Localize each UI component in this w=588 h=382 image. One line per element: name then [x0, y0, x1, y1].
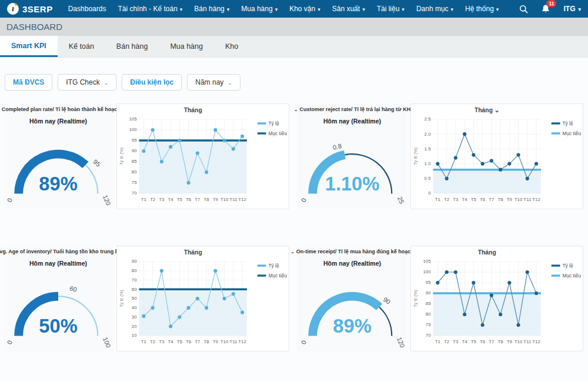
gauge-wrap: 00.8251.10%: [298, 125, 407, 209]
x-tick-label: T5: [471, 197, 477, 202]
gauge-tick-label: 0.8: [332, 142, 343, 151]
data-point: [213, 128, 217, 132]
tab-3[interactable]: Mua hàng: [159, 36, 214, 57]
main-content: Mã ĐVCSITG Check⌄Điều kiện lọcNăm nay⌄ ⌄…: [0, 74, 588, 357]
data-point: [534, 162, 538, 166]
filter-button-2[interactable]: Điều kiện lọc: [122, 74, 182, 91]
nav-item-8[interactable]: Hệ thống▾: [465, 5, 499, 13]
y-tick-label: 85: [426, 301, 431, 306]
nav-item-4[interactable]: Kho vận▾: [289, 5, 320, 13]
gauge-tick-label: 0: [299, 339, 307, 345]
legend-item[interactable]: Tỷ lệ: [258, 120, 279, 126]
user-menu[interactable]: ITG ▾: [563, 5, 581, 13]
x-tick-label: T1: [141, 197, 147, 202]
gauge-value: 89%: [333, 315, 371, 337]
kpi-subtitle: Hôm nay (Realtime): [4, 118, 113, 125]
nav-item-7[interactable]: Danh mục▾: [416, 5, 453, 13]
filter-bar: Mã ĐVCSITG Check⌄Điều kiện lọcNăm nay⌄: [5, 74, 588, 91]
data-point: [196, 297, 199, 300]
nav-item-5[interactable]: Sản xuất▾: [332, 5, 365, 13]
gauge-wrap: 09512089%: [4, 125, 113, 209]
data-point: [499, 168, 502, 172]
x-tick-label: T9: [507, 197, 513, 202]
tab-0[interactable]: Smart KPI: [0, 36, 58, 57]
legend-item[interactable]: Tỷ lệ: [552, 263, 573, 269]
nav-item-3[interactable]: Mua hàng▾: [241, 5, 278, 13]
y-tick-label: 70: [132, 190, 137, 196]
data-point: [178, 315, 181, 319]
tab-4[interactable]: Kho: [214, 36, 249, 57]
nav-item-label: Mua hàng: [241, 5, 272, 13]
kpi-title[interactable]: ⌄On-time receipt/ Tỉ lệ mua hàng đúng kế…: [298, 249, 407, 254]
data-point: [526, 177, 529, 180]
gauge-chart: 09512089%: [4, 125, 113, 207]
nav-item-6[interactable]: Tài liệu▾: [377, 5, 405, 13]
x-tick-label: T7: [489, 197, 495, 202]
x-tick-label: T7: [195, 339, 201, 344]
gauge-tick-label: 0: [299, 197, 307, 203]
kpi-title[interactable]: ⌄Avg. Age of inventory/ Tuổi hàng tồn kh…: [4, 249, 113, 254]
gauge-tick-label: 120: [396, 336, 406, 349]
x-tick-label: T5: [177, 339, 183, 344]
nav-item-label: Sản xuất: [332, 5, 360, 13]
x-tick-label: T9: [213, 339, 219, 344]
brand[interactable]: 3SERP: [7, 3, 53, 15]
y-tick-label: 20: [132, 324, 137, 329]
y-tick-label: 105: [423, 259, 431, 264]
chevron-down-icon: ▾: [318, 7, 320, 12]
y-tick-label: 75: [426, 322, 431, 327]
kpi-title[interactable]: ⌄Customer reject rate/ Tỉ lệ trả lại hàn…: [298, 106, 407, 112]
chevron-down-icon: ⌄: [228, 80, 232, 86]
nav-item-2[interactable]: Bán hàng▾: [194, 5, 229, 13]
data-point: [463, 313, 466, 316]
y-tick-label: 85: [132, 159, 137, 164]
notification-bell-icon[interactable]: 11: [541, 4, 550, 14]
kpi-panel-3: ⌄On-time receipt/ Tỉ lệ mua hàng đúng kế…: [298, 246, 583, 351]
search-icon[interactable]: [519, 5, 528, 14]
nav-item-1[interactable]: Tài chính - Kế toán▾: [118, 5, 182, 13]
data-point: [223, 139, 226, 142]
data-point: [507, 162, 511, 166]
legend-item[interactable]: Mục tiêu: [258, 130, 288, 136]
filter-label: Mã ĐVCS: [13, 78, 44, 86]
x-tick-label: T8: [497, 339, 503, 344]
gauge-rest-arc: [379, 307, 392, 336]
data-point: [205, 170, 208, 174]
data-point: [187, 181, 191, 185]
chart-title[interactable]: Tháng ⌄: [475, 107, 500, 113]
chart-title: Tháng: [184, 107, 202, 113]
legend-item[interactable]: Mục tiêu: [258, 273, 288, 279]
data-point: [507, 281, 511, 284]
filter-button-1[interactable]: ITG Check⌄: [58, 74, 116, 91]
nav-item-label: Tài chính - Kế toán: [118, 5, 177, 13]
x-tick-label: T3: [453, 197, 459, 202]
filter-button-3[interactable]: Năm nay⌄: [187, 74, 240, 91]
line-chart: 707580859095100105T1T2T3T4T5T6T7T8T9T10T…: [117, 104, 289, 209]
kpi-title[interactable]: ⌄Completed plan rate/ Tỉ lệ hoàn thành k…: [4, 106, 113, 112]
data-point: [240, 311, 244, 314]
chart-card: 707580859095100105T1T2T3T4T5T6T7T8T9T10T…: [116, 103, 289, 209]
legend-label: Tỷ lệ: [562, 263, 573, 269]
filter-button-0[interactable]: Mã ĐVCS: [5, 74, 52, 91]
x-tick-label: T10: [220, 197, 229, 202]
nav-item-0[interactable]: Dashboards: [68, 5, 106, 13]
x-tick-label: T5: [471, 339, 477, 344]
legend-item[interactable]: Mục tiêu: [552, 273, 582, 279]
panels-grid: ⌄Completed plan rate/ Tỉ lệ hoàn thành k…: [0, 91, 588, 351]
x-tick-label: T10: [220, 339, 229, 344]
tab-2[interactable]: Bán hàng: [105, 36, 159, 57]
kpi-panel-0: ⌄Completed plan rate/ Tỉ lệ hoàn thành k…: [4, 103, 289, 209]
chart-title: Tháng: [184, 249, 202, 256]
chart-card: 102030405060708090T1T2T3T4T5T6T7T8T9T10T…: [116, 246, 289, 351]
data-point: [445, 270, 449, 274]
legend-item[interactable]: Tỷ lệ: [552, 120, 573, 126]
y-tick-label: 90: [426, 290, 431, 296]
legend-item[interactable]: Tỷ lệ: [258, 263, 279, 269]
data-point: [436, 281, 439, 284]
gauge-value: 89%: [39, 173, 77, 195]
tab-1[interactable]: Kế toán: [58, 36, 105, 57]
data-point: [490, 159, 493, 163]
x-tick-label: T11: [523, 339, 532, 344]
legend-item[interactable]: Mục tiêu: [552, 130, 582, 136]
nav-menu: DashboardsTài chính - Kế toán▾Bán hàng▾M…: [68, 5, 499, 13]
